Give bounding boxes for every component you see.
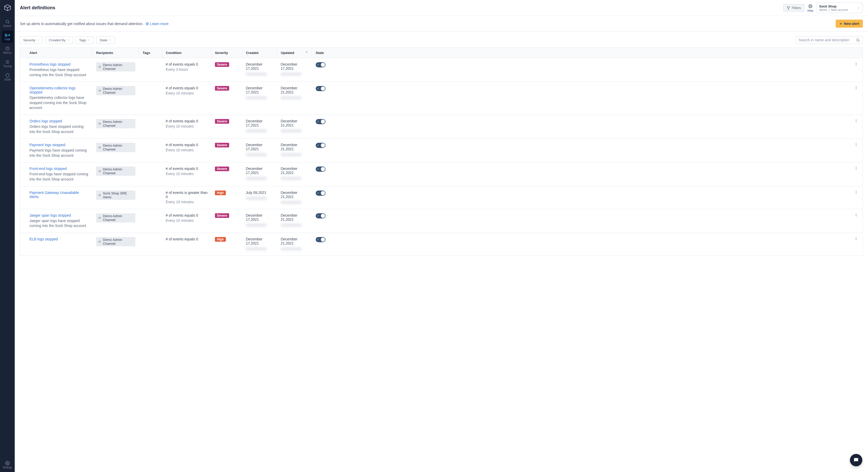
app-logo[interactable] bbox=[3, 3, 12, 12]
metrics-icon bbox=[5, 46, 10, 51]
created-date: December 17,2021 bbox=[246, 166, 274, 175]
account-switcher[interactable]: Sock Shop Admin | Main account bbox=[816, 3, 863, 13]
recipient-chip[interactable]: Demo Admin Channel bbox=[96, 86, 135, 95]
search-box[interactable] bbox=[796, 36, 863, 44]
sidebar-item-metrics[interactable]: Metrics bbox=[2, 44, 13, 56]
recipient-label: Demo Admin Channel bbox=[103, 63, 133, 71]
created-date: July 09,2021 bbox=[246, 191, 274, 195]
filter-tags[interactable]: Tags bbox=[76, 36, 94, 44]
alert-title-link[interactable]: ELB logs stopped bbox=[29, 237, 89, 241]
svg-rect-74 bbox=[98, 217, 99, 218]
svg-point-20 bbox=[146, 22, 149, 25]
recipient-chip[interactable]: Sock Shop SRE Alerts bbox=[96, 191, 135, 200]
svg-rect-31 bbox=[99, 67, 100, 68]
table-row: Payment logs stopped Payment logs have s… bbox=[20, 139, 863, 162]
recipient-label: Demo Admin Channel bbox=[103, 120, 133, 128]
row-actions-menu[interactable] bbox=[853, 190, 859, 196]
sidebar-item-siem[interactable]: SIEM bbox=[2, 71, 13, 83]
recipient-chip[interactable]: Demo Admin Channel bbox=[96, 143, 135, 152]
learn-more-link[interactable]: Learn more bbox=[146, 22, 169, 26]
alert-title-link[interactable]: Jaeger span logs stopped bbox=[29, 213, 89, 217]
condition-text: # of events equals 0 bbox=[166, 62, 208, 66]
alert-title-link[interactable]: Orders logs stopped bbox=[29, 119, 89, 123]
redacted-text bbox=[281, 224, 302, 227]
state-toggle[interactable]: ✓ bbox=[316, 166, 326, 172]
col-header-alert[interactable]: Alert bbox=[20, 48, 92, 58]
condition-interval: Every 10 minutes bbox=[166, 148, 208, 152]
state-toggle[interactable]: ✓ bbox=[316, 62, 326, 67]
row-actions-menu[interactable] bbox=[853, 61, 859, 68]
filter-created-by[interactable]: Created By bbox=[45, 36, 73, 44]
alert-title-link[interactable]: Prometheus logs stopped bbox=[29, 62, 89, 66]
severity-badge: High bbox=[215, 191, 226, 195]
svg-point-49 bbox=[856, 122, 857, 122]
recipient-chip[interactable]: Demo Admin Channel bbox=[96, 237, 135, 246]
redacted-text bbox=[281, 153, 302, 156]
severity-badge: High bbox=[215, 237, 226, 242]
state-toggle[interactable]: ✓ bbox=[316, 119, 326, 124]
row-actions-menu[interactable] bbox=[853, 236, 859, 243]
info-icon bbox=[146, 22, 149, 26]
redacted-text bbox=[246, 129, 267, 132]
col-header-created[interactable]: Created bbox=[242, 48, 277, 58]
row-actions-menu[interactable] bbox=[853, 142, 859, 148]
svg-rect-67 bbox=[98, 195, 99, 195]
created-date: December 17,2021 bbox=[246, 143, 274, 151]
alert-description: Orders logs have stopped coming into the… bbox=[29, 124, 89, 134]
state-toggle[interactable]: ✓ bbox=[316, 86, 326, 91]
table-row: Front-end logs stopped Front-end logs ha… bbox=[20, 162, 863, 186]
state-toggle[interactable]: ✓ bbox=[316, 143, 326, 148]
sidebar-item-logs[interactable]: Logs bbox=[2, 30, 13, 43]
svg-rect-29 bbox=[99, 66, 100, 67]
help-button[interactable]: Help bbox=[807, 4, 813, 12]
chevron-down-icon bbox=[37, 39, 39, 41]
state-toggle[interactable]: ✓ bbox=[316, 237, 326, 242]
row-actions-menu[interactable] bbox=[853, 118, 859, 124]
recipient-label: Demo Admin Channel bbox=[103, 167, 133, 175]
kebab-icon bbox=[854, 237, 858, 241]
alert-title-link[interactable]: Payment Gateway Unavailable Alerts bbox=[29, 191, 89, 199]
col-header-tags[interactable]: Tags bbox=[139, 48, 162, 58]
alert-title-link[interactable]: Payment logs stopped bbox=[29, 143, 89, 147]
state-toggle[interactable]: ✓ bbox=[316, 213, 326, 218]
alert-title-link[interactable]: Opentelemetry-collector logs stopped bbox=[29, 86, 89, 94]
search-input[interactable] bbox=[799, 38, 856, 42]
svg-rect-51 bbox=[100, 147, 101, 148]
updated-date: December 21,2021 bbox=[281, 86, 308, 94]
recipient-chip[interactable]: Demo Admin Channel bbox=[96, 166, 135, 176]
col-header-updated[interactable]: Updated bbox=[277, 48, 312, 58]
row-actions-menu[interactable] bbox=[853, 85, 859, 91]
recipient-chip[interactable]: Demo Admin Channel bbox=[96, 62, 135, 71]
state-toggle[interactable]: ✓ bbox=[316, 191, 326, 196]
new-alert-button[interactable]: New alert bbox=[836, 20, 863, 28]
sidebar-item-settings[interactable]: Settings bbox=[2, 459, 13, 471]
recipient-chip[interactable]: Demo Admin Channel bbox=[96, 213, 135, 223]
intercom-launcher[interactable] bbox=[850, 454, 862, 466]
updated-date: December 17,2021 bbox=[281, 62, 308, 70]
gear-icon bbox=[5, 461, 10, 466]
redacted-text bbox=[246, 247, 267, 250]
col-header-state[interactable]: State bbox=[312, 48, 863, 58]
row-actions-menu[interactable] bbox=[853, 166, 859, 172]
created-date: December 17,2021 bbox=[246, 62, 274, 70]
filter-severity[interactable]: Severity bbox=[20, 36, 43, 44]
svg-rect-37 bbox=[100, 90, 101, 91]
chevron-down-icon bbox=[857, 6, 860, 9]
col-header-condition[interactable]: Condition bbox=[162, 48, 211, 58]
filters-button[interactable]: Filters bbox=[783, 4, 804, 11]
sidebar-item-label: Tracing bbox=[3, 65, 11, 68]
alert-title-link[interactable]: Front-end logs stopped bbox=[29, 166, 89, 171]
svg-rect-5 bbox=[5, 35, 8, 36]
svg-rect-39 bbox=[98, 90, 99, 91]
sidebar-item-tracing[interactable]: Tracing bbox=[2, 57, 13, 70]
sidebar-item-search[interactable]: Search bbox=[2, 17, 13, 29]
recipient-chip[interactable]: Demo Admin Channel bbox=[96, 119, 135, 128]
filter-state[interactable]: State bbox=[96, 36, 115, 44]
col-header-severity[interactable]: Severity bbox=[211, 48, 242, 58]
svg-rect-73 bbox=[99, 218, 100, 219]
alert-description: Front-end logs have stopped coming into … bbox=[29, 172, 89, 182]
row-actions-menu[interactable] bbox=[853, 213, 859, 219]
svg-rect-64 bbox=[99, 194, 100, 195]
col-header-recipients[interactable]: Recipients bbox=[92, 48, 139, 58]
slack-icon bbox=[98, 216, 101, 220]
